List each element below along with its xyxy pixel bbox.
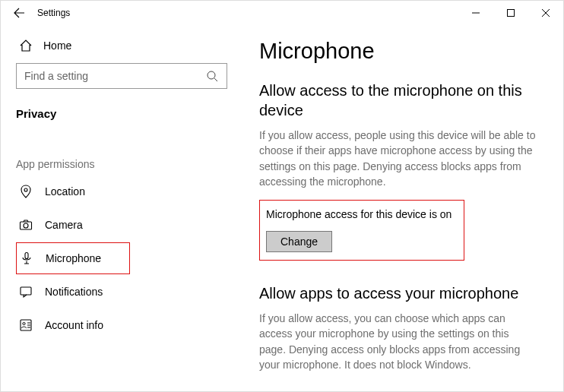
back-button[interactable] bbox=[8, 7, 30, 19]
sidebar-item-microphone[interactable]: Microphone bbox=[16, 242, 130, 274]
sidebar-item-camera[interactable]: Camera bbox=[16, 208, 235, 242]
close-button[interactable] bbox=[528, 1, 563, 25]
svg-rect-6 bbox=[21, 287, 31, 295]
sidebar-item-label: Location bbox=[45, 185, 85, 198]
maximize-button[interactable] bbox=[493, 1, 528, 25]
svg-rect-0 bbox=[508, 10, 515, 17]
section-heading: Allow apps to access your microphone bbox=[259, 283, 537, 303]
svg-point-8 bbox=[23, 322, 25, 324]
nav-home-label: Home bbox=[43, 40, 71, 52]
sidebar-item-label: Account info bbox=[45, 319, 103, 331]
minimize-button[interactable] bbox=[458, 1, 493, 25]
search-icon bbox=[205, 69, 219, 83]
section-body: If you allow access, people using this d… bbox=[259, 128, 537, 189]
status-box: Microphone access for this device is on … bbox=[259, 200, 464, 261]
category-heading: Privacy bbox=[16, 103, 236, 126]
svg-rect-5 bbox=[25, 253, 28, 259]
sidebar-item-label: Notifications bbox=[45, 286, 103, 298]
sidebar-item-notifications[interactable]: Notifications bbox=[16, 275, 235, 308]
home-icon bbox=[19, 39, 33, 52]
close-icon bbox=[542, 9, 550, 17]
section-body: If you allow access, you can choose whic… bbox=[259, 311, 537, 372]
camera-icon bbox=[19, 218, 33, 232]
svg-point-2 bbox=[24, 188, 27, 191]
sidebar: Home Privacy App permissions Location bbox=[1, 25, 236, 391]
window-title: Settings bbox=[30, 8, 458, 18]
section-heading: Allow access to the microphone on this d… bbox=[259, 81, 537, 120]
minimize-icon bbox=[472, 9, 480, 17]
microphone-icon bbox=[20, 251, 33, 265]
sidebar-item-location[interactable]: Location bbox=[16, 175, 235, 208]
titlebar: Settings bbox=[1, 1, 563, 25]
svg-point-1 bbox=[208, 71, 215, 79]
account-info-icon bbox=[19, 318, 33, 332]
arrow-left-icon bbox=[13, 7, 25, 19]
page-title: Microphone bbox=[259, 39, 537, 64]
search-input[interactable] bbox=[24, 70, 205, 82]
group-header: App permissions bbox=[16, 126, 236, 175]
maximize-icon bbox=[507, 9, 515, 17]
change-button[interactable]: Change bbox=[266, 231, 332, 252]
status-line: Microphone access for this device is on bbox=[266, 208, 458, 220]
sidebar-item-label: Microphone bbox=[46, 252, 101, 264]
content-pane: Microphone Allow access to the microphon… bbox=[236, 25, 563, 391]
sidebar-item-label: Camera bbox=[45, 219, 83, 231]
sidebar-item-account-info[interactable]: Account info bbox=[16, 308, 235, 342]
nav-home[interactable]: Home bbox=[16, 31, 236, 63]
location-icon bbox=[19, 185, 33, 198]
notifications-icon bbox=[19, 285, 33, 299]
search-box[interactable] bbox=[16, 63, 227, 89]
svg-point-4 bbox=[24, 223, 28, 228]
